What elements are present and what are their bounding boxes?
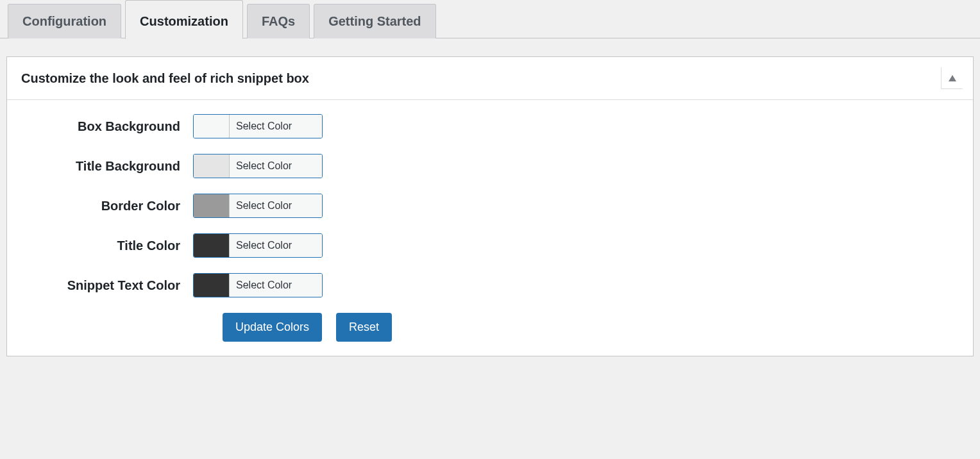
tab-getting-started[interactable]: Getting Started: [314, 4, 435, 38]
triangle-up-icon: [949, 73, 956, 83]
swatch-title-background: [194, 154, 230, 178]
field-snippet-text-color: Snippet Text Color Select Color: [26, 273, 954, 297]
picker-label-title-color: Select Color: [230, 234, 322, 257]
picker-snippet-text-color[interactable]: Select Color: [193, 273, 323, 297]
label-title-background: Title Background: [26, 159, 193, 174]
field-title-background: Title Background Select Color: [26, 154, 954, 178]
swatch-snippet-text-color: [194, 274, 230, 297]
customization-panel: Customize the look and feel of rich snip…: [6, 56, 974, 356]
tab-customization[interactable]: Customization: [125, 0, 243, 39]
panel-collapse-button[interactable]: [941, 67, 963, 89]
panel-header: Customize the look and feel of rich snip…: [7, 57, 973, 100]
field-box-background: Box Background Select Color: [26, 114, 954, 138]
swatch-border-color: [194, 194, 230, 217]
label-snippet-text-color: Snippet Text Color: [26, 278, 193, 293]
picker-title-background[interactable]: Select Color: [193, 154, 323, 178]
picker-box-background[interactable]: Select Color: [193, 114, 323, 138]
label-box-background: Box Background: [26, 119, 193, 134]
picker-label-box-background: Select Color: [230, 115, 322, 138]
field-border-color: Border Color Select Color: [26, 194, 954, 218]
reset-button[interactable]: Reset: [336, 313, 392, 342]
swatch-box-background: [194, 115, 230, 138]
picker-label-border-color: Select Color: [230, 194, 322, 217]
field-title-color: Title Color Select Color: [26, 233, 954, 258]
picker-label-title-background: Select Color: [230, 154, 322, 178]
tab-faqs[interactable]: FAQs: [247, 4, 310, 38]
button-row: Update Colors Reset: [26, 313, 954, 342]
label-border-color: Border Color: [26, 199, 193, 213]
tab-configuration[interactable]: Configuration: [8, 4, 121, 38]
panel-body: Box Background Select Color Title Backgr…: [7, 100, 973, 356]
picker-border-color[interactable]: Select Color: [193, 194, 323, 218]
label-title-color: Title Color: [26, 238, 193, 253]
picker-label-snippet-text-color: Select Color: [230, 274, 322, 297]
tab-bar: Configuration Customization FAQs Getting…: [0, 0, 980, 38]
panel-title: Customize the look and feel of rich snip…: [21, 71, 309, 86]
swatch-title-color: [194, 234, 230, 257]
picker-title-color[interactable]: Select Color: [193, 233, 323, 258]
update-colors-button[interactable]: Update Colors: [223, 313, 322, 342]
